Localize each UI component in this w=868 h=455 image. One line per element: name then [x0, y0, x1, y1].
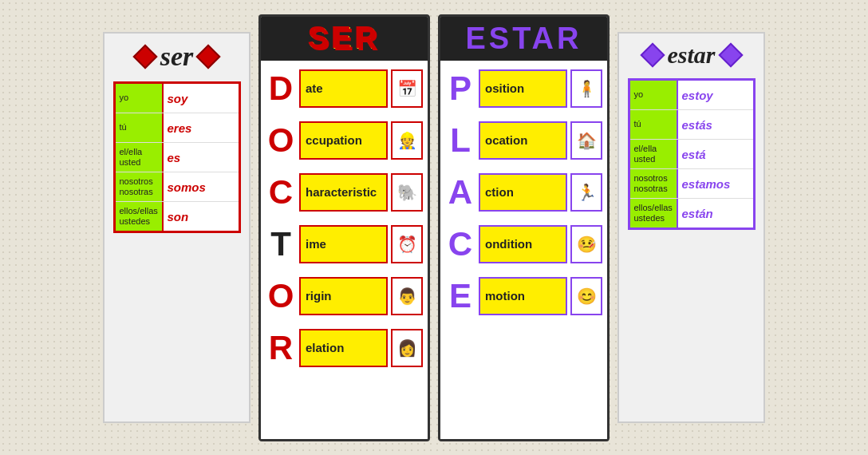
- verb-cell: estoy: [678, 81, 753, 109]
- pronoun-cell: ellos/ellas ustedes: [116, 202, 164, 231]
- doctor-label-box: ate: [299, 69, 388, 108]
- pronoun-cell: nosotros nosotras: [630, 169, 678, 198]
- doctor-label-box: elation: [299, 329, 388, 367]
- table-row: nosotros nosotras somos: [116, 172, 239, 202]
- verb-cell: eres: [164, 113, 239, 142]
- place-letter: C: [445, 228, 475, 261]
- place-items: P osition 🧍 L ocation 🏠 A ction 🏃 C ondi…: [440, 61, 607, 439]
- verb-cell: somos: [164, 172, 239, 201]
- list-item: E motion 😊: [445, 271, 602, 321]
- ser-conjugation-card: ser yo soy tú eres el/ella usted es noso…: [103, 32, 251, 423]
- diamond-purple-right-icon: [718, 42, 743, 67]
- doctor-label: haracteristic: [306, 185, 377, 199]
- doctor-header: SER: [261, 17, 428, 61]
- ser-title-row: ser: [136, 42, 218, 72]
- doctor-label-box: ccupation: [299, 121, 388, 160]
- table-row: el/ella usted es: [116, 143, 239, 172]
- doctor-image-box: 👨: [391, 277, 423, 315]
- doctor-image-box: 👩: [391, 329, 423, 367]
- place-letter: A: [445, 176, 475, 209]
- list-item: R elation 👩: [266, 323, 423, 373]
- doctor-letter: D: [266, 72, 296, 105]
- pronoun-cell: el/ella usted: [630, 140, 678, 168]
- pronoun-cell: ellos/ellas ustedes: [630, 199, 678, 228]
- place-image-box: 🏠: [570, 121, 602, 160]
- place-image-box: 🏃: [570, 173, 602, 212]
- doctor-letter: C: [266, 176, 296, 209]
- doctor-label-box: rigin: [299, 277, 388, 315]
- place-card: ESTAR P osition 🧍 L ocation 🏠 A ction 🏃 …: [438, 14, 610, 441]
- doctor-letter: T: [266, 228, 296, 261]
- place-letter: P: [445, 72, 475, 105]
- place-label-box: ction: [479, 173, 567, 212]
- estar-title: estar: [668, 42, 716, 69]
- doctor-image-box: ⏰: [391, 225, 423, 263]
- diamond-right-icon: [196, 44, 221, 69]
- pronoun-cell: tú: [630, 110, 678, 139]
- place-label-box: osition: [479, 69, 567, 108]
- doctor-label: rigin: [306, 289, 332, 303]
- place-label-box: ocation: [479, 121, 567, 160]
- table-row: tú estás: [630, 110, 753, 140]
- verb-cell: estamos: [678, 169, 753, 198]
- estar-title-row: estar: [644, 42, 740, 69]
- pronoun-cell: tú: [116, 113, 164, 142]
- table-row: ellos/ellas ustedes son: [116, 202, 239, 231]
- doctor-label: ime: [306, 237, 326, 251]
- list-item: T ime ⏰: [266, 220, 423, 269]
- estar-header-text: ESTAR: [440, 22, 607, 56]
- verb-cell: estás: [678, 110, 753, 139]
- list-item: P osition 🧍: [445, 64, 602, 113]
- place-label: osition: [485, 81, 524, 95]
- place-label: ocation: [485, 133, 527, 147]
- place-letter: E: [445, 279, 475, 313]
- place-image-box: 🤒: [570, 225, 602, 263]
- doctor-image-box: 👷: [391, 121, 423, 160]
- pronoun-cell: nosotros nosotras: [116, 172, 164, 201]
- diamond-left-icon: [132, 44, 157, 69]
- table-row: tú eres: [116, 113, 239, 143]
- doctor-label: elation: [306, 341, 344, 354]
- place-label: ction: [485, 185, 514, 199]
- doctor-header-text: SER: [261, 22, 428, 56]
- verb-cell: está: [678, 140, 753, 168]
- list-item: A ction 🏃: [445, 168, 602, 217]
- table-row: el/ella usted está: [630, 140, 753, 169]
- ser-title: ser: [160, 42, 194, 72]
- place-image-box: 🧍: [570, 69, 602, 108]
- list-item: O ccupation 👷: [266, 116, 423, 165]
- doctor-items: D ate 📅 O ccupation 👷 C haracteristic 🐘 …: [261, 61, 428, 439]
- place-label: ondition: [485, 237, 532, 251]
- doctor-letter: O: [266, 124, 296, 157]
- doctor-letter: R: [266, 331, 296, 365]
- doctor-label: ate: [306, 81, 323, 95]
- table-row: nosotros nosotras estamos: [630, 169, 753, 199]
- verb-cell: están: [678, 199, 753, 228]
- list-item: L ocation 🏠: [445, 116, 602, 165]
- place-letter: L: [445, 124, 475, 157]
- pronoun-cell: el/ella usted: [116, 143, 164, 172]
- verb-cell: soy: [164, 84, 239, 113]
- place-label: motion: [485, 289, 525, 303]
- table-row: yo estoy: [630, 81, 753, 110]
- verb-cell: es: [164, 143, 239, 172]
- doctor-card: SER D ate 📅 O ccupation 👷 C haracteristi…: [258, 14, 430, 441]
- place-label-box: motion: [479, 277, 567, 315]
- doctor-label: ccupation: [306, 133, 362, 147]
- list-item: O rigin 👨: [266, 271, 423, 321]
- place-label-box: ondition: [479, 225, 567, 263]
- estar-conjugation-card: estar yo estoy tú estás el/ella usted es…: [617, 32, 765, 423]
- pronoun-cell: yo: [630, 81, 678, 109]
- doctor-label-box: ime: [299, 225, 388, 263]
- verb-cell: son: [164, 202, 239, 231]
- doctor-label-box: haracteristic: [299, 173, 388, 212]
- doctor-letter: O: [266, 279, 296, 313]
- doctor-image-box: 📅: [391, 69, 423, 108]
- estar-conjugation-table: yo estoy tú estás el/ella usted está nos…: [628, 78, 756, 230]
- doctor-image-box: 🐘: [391, 173, 423, 212]
- diamond-purple-left-icon: [640, 42, 665, 67]
- table-row: yo soy: [116, 84, 239, 113]
- pronoun-cell: yo: [116, 84, 164, 113]
- list-item: C ondition 🤒: [445, 220, 602, 269]
- main-container: ser yo soy tú eres el/ella usted es noso…: [0, 0, 868, 455]
